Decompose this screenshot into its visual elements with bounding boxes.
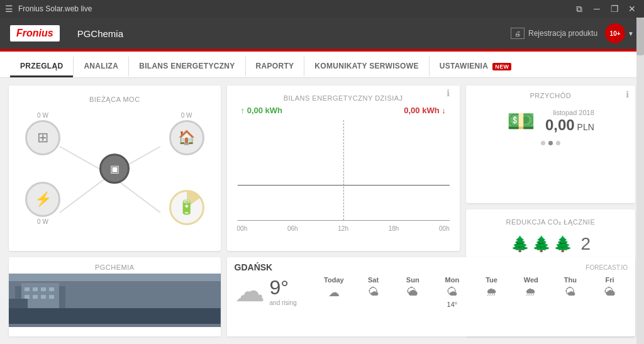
scrollbar-thumb[interactable]	[636, 18, 644, 55]
chart-label-2: 12h	[338, 225, 348, 232]
register-label: Rejestracja produktu	[528, 29, 597, 38]
biezaca-moc-title: BIEŻĄCA MOC	[13, 89, 217, 106]
scrollbar[interactable]	[636, 18, 644, 344]
solar-circle: ⊞	[25, 120, 60, 155]
chevron-down-icon: ▼	[628, 30, 634, 37]
building-svg	[9, 274, 221, 327]
forecast-wed: Wed 🌧	[519, 276, 542, 308]
pgchemia-title: PGCHEMIA	[9, 257, 221, 274]
tree-light: 🌲	[553, 235, 572, 253]
tab-przeglad[interactable]: PRZEGLĄD	[10, 57, 73, 77]
user-menu[interactable]: 10+ ▼	[605, 23, 634, 43]
przychod-currency: PLN	[577, 122, 594, 132]
svg-rect-8	[9, 308, 221, 324]
svg-rect-14	[33, 295, 38, 299]
main-content: BIEŻĄCA MOC 0 W ⊞ 0 W 🏠 ▣	[0, 78, 644, 344]
maximize-button[interactable]: ❐	[608, 3, 621, 14]
bilans-green-value: ↑ 0,00 kWh	[241, 106, 282, 115]
forecast-label-4: Tue	[486, 276, 497, 284]
pgchemia-image	[9, 274, 221, 327]
svg-rect-16	[49, 295, 54, 299]
przychod-title: PRZYCHÓD	[466, 86, 635, 102]
tab-raporty[interactable]: RAPORTY	[245, 57, 304, 77]
meter-circle: ▣	[99, 153, 130, 184]
logo-text: Fronius	[16, 28, 53, 38]
forecast-icon-2: 🌥	[407, 286, 418, 299]
power-diagram: 0 W ⊞ 0 W 🏠 ▣ ⚡ 0 W 🔋	[13, 106, 217, 238]
current-weather-icon: ☁	[235, 276, 265, 306]
titlebar: ☰ Fronius Solar.web live ⧉ ─ ❐ ✕	[0, 0, 644, 18]
restore-button[interactable]: ⧉	[572, 3, 586, 14]
forecast-tue: Tue 🌧	[480, 276, 503, 308]
biezaca-moc-card: BIEŻĄCA MOC 0 W ⊞ 0 W 🏠 ▣	[9, 86, 221, 251]
forecast-label-6: Thu	[564, 276, 577, 284]
new-badge: NEW	[492, 63, 511, 70]
battery-circle: 🔋	[169, 190, 204, 225]
home-value: 0 W	[181, 112, 192, 119]
forecast-label-5: Wed	[524, 276, 538, 284]
forecast-fri: Fri 🌥	[599, 276, 621, 308]
forecast-icon-1: 🌤	[368, 286, 379, 299]
przychod-month: listopad 2018	[545, 109, 594, 116]
svg-rect-11	[41, 287, 46, 291]
register-icon: 🖨	[511, 28, 525, 39]
close-button[interactable]: ✕	[625, 3, 639, 14]
chart-label-0: 00h	[237, 225, 248, 232]
forecast-label-7: Fri	[606, 276, 614, 284]
forecast-icon-4: 🌧	[486, 286, 497, 299]
and-rising-label: and rising	[270, 299, 297, 306]
chart-label-1: 06h	[287, 225, 298, 232]
tab-bilans[interactable]: BILANS ENERGETYCZNY	[128, 57, 245, 77]
home-node: 0 W 🏠	[169, 112, 204, 155]
avatar: 10+	[605, 23, 625, 43]
current-temperature: 9°	[270, 276, 297, 299]
bilans-title: BILANS ENERGETYCZNY DZISIAJ	[284, 94, 403, 102]
forecast-icon-5: 🌧	[525, 286, 536, 299]
weather-header: GDAŃSK FORECAST.IO	[235, 262, 628, 272]
svg-rect-17	[9, 274, 221, 281]
forecast-today: Today ☁	[323, 276, 345, 308]
bilans-info-icon[interactable]: ℹ	[447, 88, 450, 98]
dot-2[interactable]	[548, 141, 553, 145]
tree-dark-2: 🌲	[532, 235, 551, 253]
dot-nav-przychod	[466, 141, 635, 149]
forecast-thu: Thu 🌤	[559, 276, 582, 308]
forecast-icon-6: 🌤	[565, 286, 576, 299]
bilans-card: BILANS ENERGETYCZNY DZISIAJ ℹ ↑ 0,00 kWh…	[227, 86, 460, 251]
przychod-amount: 0,00	[545, 116, 575, 134]
tab-analiza[interactable]: ANALIZA	[73, 57, 128, 77]
hamburger-icon[interactable]: ☰	[5, 4, 13, 14]
svg-rect-12	[49, 287, 54, 291]
weather-content: ☁ 9° and rising Today ☁ Sat 🌤	[235, 276, 628, 308]
weather-forecast: Today ☁ Sat 🌤 Sun 🌥 Mon 🌤 14°	[316, 276, 628, 308]
przychod-content: 💵 listopad 2018 0,00 PLN	[466, 102, 635, 141]
weather-city: GDAŃSK	[235, 262, 273, 272]
forecast-icon-0: ☁	[328, 286, 340, 299]
forecast-label-3: Mon	[445, 276, 460, 284]
chart-vline	[343, 120, 344, 220]
forecast-icon-7: 🌥	[604, 286, 616, 299]
weather-current: ☁ 9° and rising	[235, 276, 310, 306]
battery-node: 🔋	[169, 190, 204, 225]
solar-value: 0 W	[37, 112, 48, 119]
forecast-icon-3: 🌤	[447, 286, 458, 299]
grid-value: 0 W	[37, 218, 48, 225]
przychod-value: listopad 2018 0,00 PLN	[545, 109, 594, 134]
minimize-button[interactable]: ─	[590, 3, 604, 14]
weather-card: GDAŃSK FORECAST.IO ☁ 9° and rising Today…	[227, 257, 635, 336]
logo: Fronius	[10, 25, 60, 42]
pgchemia-card: PGCHEMIA	[9, 257, 221, 336]
tree-icons: 🌲 🌲 🌲	[511, 235, 572, 253]
dot-1[interactable]	[541, 141, 545, 145]
przychod-info-icon[interactable]: ℹ	[626, 89, 629, 99]
app-title: Fronius Solar.web live	[18, 4, 92, 13]
dot-3[interactable]	[556, 141, 560, 145]
tab-ustawienia[interactable]: USTAWIENIA NEW	[429, 57, 522, 77]
svg-rect-13	[25, 295, 30, 299]
tab-komunikaty[interactable]: KOMUNIKATY SERWISOWE	[304, 57, 428, 77]
forecast-sun: Sun 🌥	[401, 276, 424, 308]
register-button[interactable]: 🖨 Rejestracja produktu	[511, 28, 597, 39]
grid-node: ⚡ 0 W	[25, 182, 60, 225]
chart-label-4: 00h	[439, 225, 450, 232]
svg-rect-9	[25, 287, 30, 291]
